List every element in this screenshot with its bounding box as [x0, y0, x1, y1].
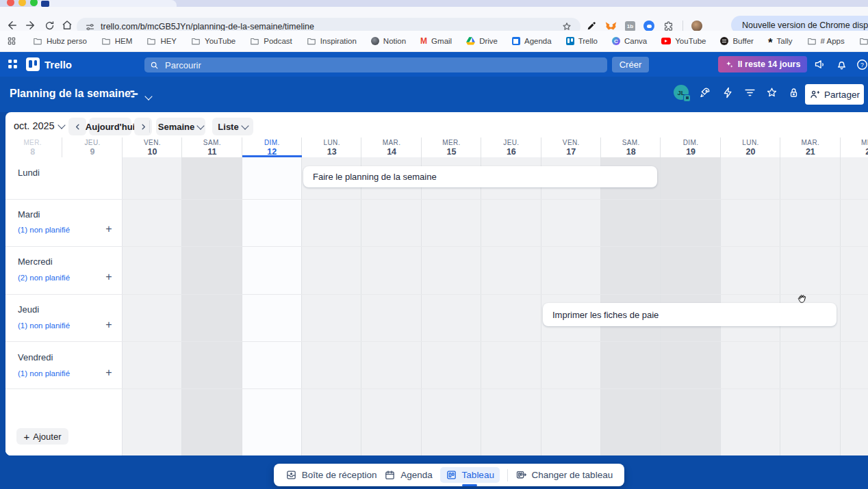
chevron-right-icon	[139, 122, 148, 131]
chevron-down-icon	[241, 122, 248, 129]
bookmark-youtube[interactable]: YouTube	[661, 37, 706, 45]
bookmark-canva[interactable]: CCanva	[612, 37, 647, 45]
board-title[interactable]: Planning de la semaine	[10, 88, 131, 100]
automation-bolt-icon[interactable]	[722, 86, 735, 99]
unscheduled-link[interactable]: (1) non planifié	[18, 226, 70, 234]
folder-icon	[250, 37, 259, 45]
sparkle-icon	[725, 60, 734, 69]
row-label-mercredi: Mercredi	[18, 256, 53, 267]
add-card-icon[interactable]: +	[103, 319, 115, 331]
active-nav-indicator	[462, 484, 477, 486]
month-selector[interactable]: oct. 2025	[14, 120, 64, 131]
bookmark-hubz-perso[interactable]: Hubz perso	[33, 37, 87, 45]
url-text[interactable]: trello.com/b/mcGB5JYn/planning-de-la-sem…	[101, 22, 561, 31]
board-header: Planning de la semaine JL Partager	[0, 77, 868, 112]
bookmark-agenda[interactable]: Agenda	[512, 37, 552, 45]
screen: trello.com/b/mcGB5JYn/planning-de-la-sem…	[0, 0, 868, 489]
folder-icon	[307, 37, 316, 45]
trial-countdown-button[interactable]: Il reste 14 jours	[718, 56, 807, 72]
toolbar-divider	[682, 21, 683, 31]
bookmark-inspiration[interactable]: Inspiration	[307, 37, 357, 45]
bookmark-notion[interactable]: Notion	[371, 37, 406, 45]
browser-toolbar: trello.com/b/mcGB5JYn/planning-de-la-sem…	[0, 7, 868, 31]
chevron-down-icon	[58, 121, 65, 129]
today-button[interactable]: Aujourd'hui	[89, 118, 131, 135]
blue-circle-extension-icon[interactable]	[643, 21, 654, 31]
search-input[interactable]	[164, 60, 578, 71]
gmail-icon: M	[420, 36, 427, 46]
window-close-button[interactable]	[7, 0, 14, 6]
canva-icon: C	[612, 37, 620, 45]
bookmark-tally[interactable]: *Tally	[768, 36, 793, 46]
unscheduled-link[interactable]: (2) non planifié	[18, 274, 70, 282]
timeline-card[interactable]: Imprimer les fiches de paie	[543, 303, 837, 326]
nav-board[interactable]: Tableau	[440, 464, 500, 486]
app-switcher-icon[interactable]	[7, 58, 18, 70]
unscheduled-link[interactable]: (1) non planifié	[18, 321, 70, 330]
range-select[interactable]: Semaine	[156, 118, 205, 135]
window-minimize-button[interactable]	[18, 0, 26, 6]
bookmark-trello[interactable]: Trello	[566, 37, 598, 45]
share-button[interactable]: Partager	[805, 84, 864, 105]
row-divider	[5, 246, 868, 247]
trello-logo[interactable]: Trello	[26, 57, 72, 71]
bookmark-apps-grid-icon[interactable]	[7, 36, 16, 46]
row-divider	[5, 341, 868, 342]
bookmark-youtube-folder[interactable]: YouTube	[191, 37, 235, 45]
switch-board-icon	[515, 469, 527, 481]
browser-active-tab[interactable]	[36, 0, 177, 7]
nav-agenda[interactable]: Agenda	[384, 464, 433, 486]
search-bar[interactable]	[144, 57, 607, 72]
timeline-panel: oct. 2025 Aujourd'hui Semaine Liste MER.…	[5, 112, 868, 455]
folder-icon	[146, 37, 156, 45]
row-divider	[5, 294, 868, 295]
view-select[interactable]: Liste	[212, 118, 253, 135]
bookmark-hem[interactable]: HEM	[101, 37, 133, 45]
rocket-icon[interactable]	[698, 86, 711, 99]
nav-switch-board[interactable]: Changer de tableau	[515, 464, 613, 486]
youtube-icon	[661, 38, 671, 44]
notifications-bell-icon[interactable]	[835, 58, 848, 71]
bookmark-ia-folder[interactable]: # IA	[859, 37, 868, 45]
add-card-icon[interactable]: +	[103, 223, 115, 235]
row-divider	[5, 199, 868, 200]
chevron-down-icon	[197, 122, 205, 129]
create-button[interactable]: Créer	[612, 57, 649, 72]
timeline-card[interactable]: Faire le planning de la semaine	[303, 166, 657, 187]
row-label-jeudi: Jeudi	[18, 304, 39, 315]
view-chevron-down-icon[interactable]	[146, 90, 151, 102]
search-icon	[150, 61, 159, 70]
nav-divider	[507, 469, 508, 481]
onebox-extension-icon[interactable]: 1b	[625, 21, 635, 31]
controls-divider	[149, 120, 150, 133]
bottom-navigation: Boîte de réception Agenda Tableau Change…	[274, 464, 624, 486]
filter-icon[interactable]	[743, 86, 756, 99]
eyedropper-extension-icon[interactable]	[586, 21, 597, 31]
extensions-puzzle-icon[interactable]	[663, 21, 674, 32]
row-label-lundi: Lundi	[18, 168, 40, 178]
visibility-lock-icon[interactable]	[787, 86, 800, 99]
bookmark-podcast[interactable]: Podcast	[250, 37, 292, 45]
bookmark-buffer[interactable]: Buffer	[720, 37, 753, 45]
megaphone-icon[interactable]	[813, 58, 826, 71]
bookmark-gmail[interactable]: MGmail	[420, 36, 452, 46]
folder-icon	[807, 37, 817, 45]
timeline-view-icon[interactable]	[129, 88, 140, 100]
metamask-extension-icon[interactable]	[605, 21, 617, 31]
browser-profile-avatar[interactable]	[691, 21, 702, 31]
unscheduled-link[interactable]: (1) non planifié	[18, 369, 70, 378]
plus-icon: +	[24, 431, 30, 442]
star-icon[interactable]	[765, 86, 778, 99]
inbox-icon	[285, 469, 297, 481]
help-icon[interactable]: ?	[856, 58, 868, 71]
bookmark-apps-folder[interactable]: # Apps	[807, 37, 845, 45]
add-card-icon[interactable]: +	[103, 271, 115, 283]
add-card-icon[interactable]: +	[103, 367, 115, 379]
bookmark-hey[interactable]: HEY	[146, 37, 177, 45]
add-row-button[interactable]: +Ajouter	[16, 428, 68, 445]
trello-logo-text: Trello	[44, 59, 72, 70]
bookmark-drive[interactable]: Drive	[466, 37, 498, 45]
nav-inbox[interactable]: Boîte de réception	[285, 464, 377, 486]
trello-tab-favicon	[41, 1, 49, 7]
prev-week-button[interactable]	[68, 118, 86, 135]
